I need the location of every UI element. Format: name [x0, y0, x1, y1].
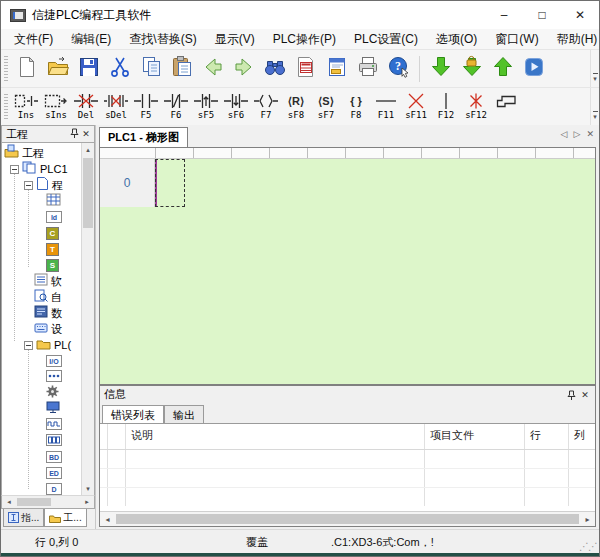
- scroll-down-icon[interactable]: ▾: [86, 482, 90, 495]
- document-view-button[interactable]: [321, 53, 352, 85]
- tree-vertical-scrollbar[interactable]: ▴ ▾: [81, 143, 94, 495]
- function-block-button[interactable]: { }F8: [341, 90, 371, 124]
- set-coil-button[interactable]: ⟨S⟩sF7: [311, 90, 341, 124]
- tree-node-ed[interactable]: ED: [2, 465, 81, 481]
- tab-plc1-ladder[interactable]: PLC1 - 梯形图: [99, 127, 188, 147]
- tree-node-plc-config[interactable]: PL(: [2, 337, 81, 353]
- scroll-up-icon[interactable]: ▴: [86, 143, 90, 156]
- tree-node-project-root[interactable]: 工程: [2, 145, 81, 161]
- menu-window[interactable]: 窗口(W): [486, 29, 547, 50]
- tab-project[interactable]: 工...: [44, 509, 86, 527]
- help-button[interactable]: ?: [383, 53, 414, 85]
- secure-download-button[interactable]: [456, 53, 487, 85]
- copy-button[interactable]: [135, 53, 166, 85]
- rising-pulse-button[interactable]: sF5: [191, 90, 221, 124]
- upload-button[interactable]: [487, 53, 518, 85]
- menu-plc-settings[interactable]: PLC设置(C): [345, 29, 427, 50]
- vertical-line-button[interactable]: F12: [431, 90, 461, 124]
- tree-node-soft-elements[interactable]: 软: [2, 273, 81, 289]
- tree-node-ladder[interactable]: [2, 193, 81, 209]
- pin-icon[interactable]: [564, 386, 578, 404]
- pin-icon[interactable]: [68, 128, 80, 140]
- tree-node-t[interactable]: T: [2, 241, 81, 257]
- scrollbar-thumb[interactable]: [17, 498, 51, 506]
- close-button[interactable]: ✕: [561, 1, 599, 29]
- horizontal-line-button[interactable]: F11: [371, 90, 401, 124]
- minimize-button[interactable]: –: [485, 1, 523, 29]
- tab-prev-icon[interactable]: ◁: [561, 129, 568, 139]
- toolbar-overflow-button[interactable]: ▾: [590, 50, 599, 87]
- collapse-icon[interactable]: [24, 181, 33, 190]
- collapse-icon[interactable]: [24, 341, 33, 350]
- find-button[interactable]: [259, 53, 290, 85]
- redo-button[interactable]: [228, 53, 259, 85]
- toolbar-grip[interactable]: [4, 56, 8, 82]
- print-button[interactable]: [352, 53, 383, 85]
- tree-node-free-monitor[interactable]: 自: [2, 289, 81, 305]
- closed-contact-button[interactable]: F6: [161, 90, 191, 124]
- tree-node-bd[interactable]: BD: [2, 449, 81, 465]
- toolbar-overflow-button[interactable]: ▾: [590, 88, 599, 125]
- tab-next-icon[interactable]: ▷: [574, 129, 581, 139]
- paste-button[interactable]: [166, 53, 197, 85]
- header-col[interactable]: 列: [569, 424, 595, 449]
- run-button[interactable]: [518, 53, 549, 85]
- tree-node-password[interactable]: [2, 369, 81, 385]
- header-description[interactable]: 说明: [126, 424, 425, 449]
- menu-find-replace[interactable]: 查找\替换(S): [120, 29, 205, 50]
- delete-node-button[interactable]: Del: [71, 90, 101, 124]
- tab-instructions[interactable]: 指...: [3, 509, 44, 527]
- save-button[interactable]: [73, 53, 104, 85]
- scrollbar-thumb[interactable]: [83, 158, 93, 228]
- open-contact-button[interactable]: F5: [131, 90, 161, 124]
- tree-node-instruction-list[interactable]: ld: [2, 209, 81, 225]
- tree-node-data-monitor[interactable]: 数: [2, 305, 81, 321]
- tree-node-pulse[interactable]: [2, 417, 81, 433]
- menu-options[interactable]: 选项(O): [427, 29, 486, 50]
- tab-error-list[interactable]: 错误列表: [102, 405, 164, 423]
- menu-edit[interactable]: 编辑(E): [62, 29, 120, 50]
- tree-node-serial-port[interactable]: [2, 385, 81, 401]
- reset-coil-button[interactable]: ⟨R⟩sF8: [281, 90, 311, 124]
- tree-node-program[interactable]: 程: [2, 177, 81, 193]
- scroll-left-icon[interactable]: ◂: [2, 498, 16, 506]
- tree-node-io[interactable]: I/O: [2, 353, 81, 369]
- header-project-file[interactable]: 项目文件: [425, 424, 525, 449]
- cut-button[interactable]: [104, 53, 135, 85]
- ladder-block-button[interactable]: [491, 90, 521, 124]
- scroll-right-icon[interactable]: ▸: [80, 498, 94, 506]
- tree-node-ethernet[interactable]: [2, 401, 81, 417]
- tree-horizontal-scrollbar[interactable]: ◂ ▸: [1, 495, 95, 509]
- insert-node-button[interactable]: Ins: [11, 90, 41, 124]
- new-file-button[interactable]: [11, 53, 42, 85]
- falling-pulse-button[interactable]: sF6: [221, 90, 251, 124]
- tab-close-icon[interactable]: ✕: [586, 129, 594, 139]
- tree-node-plc1[interactable]: PLC1: [2, 161, 81, 177]
- tab-output[interactable]: 输出: [164, 405, 204, 423]
- menu-help[interactable]: 帮助(H): [548, 29, 600, 50]
- output-coil-button[interactable]: F7: [251, 90, 281, 124]
- sidebar-close-icon[interactable]: ✕: [80, 129, 92, 139]
- menu-plc-operate[interactable]: PLC操作(P): [264, 29, 345, 50]
- undo-button[interactable]: [197, 53, 228, 85]
- soft-element-monitor-button[interactable]: [290, 53, 321, 85]
- tree-node-d[interactable]: D: [2, 481, 81, 495]
- delete-row-button[interactable]: sDel: [101, 90, 131, 124]
- resize-grip[interactable]: ⋰⋰: [579, 541, 597, 552]
- delete-horizontal-line-button[interactable]: sF11: [401, 90, 431, 124]
- tree-node-c[interactable]: C: [2, 225, 81, 241]
- tree-node-s[interactable]: S: [2, 257, 81, 273]
- menu-file[interactable]: 文件(F): [5, 29, 62, 50]
- tree-node-settings[interactable]: 设: [2, 321, 81, 337]
- tree-node-module[interactable]: [2, 433, 81, 449]
- cursor-selection[interactable]: [155, 159, 185, 207]
- info-horizontal-scrollbar[interactable]: ◂ ▸: [100, 511, 595, 526]
- maximize-button[interactable]: □: [523, 1, 561, 29]
- header-row[interactable]: 行: [525, 424, 569, 449]
- scrollbar-thumb[interactable]: [116, 514, 579, 524]
- open-file-button[interactable]: [42, 53, 73, 85]
- toolbar-grip[interactable]: [4, 94, 8, 120]
- menu-view[interactable]: 显示(V): [206, 29, 264, 50]
- scroll-left-icon[interactable]: ◂: [100, 515, 115, 524]
- ladder-editor[interactable]: 0: [99, 147, 596, 385]
